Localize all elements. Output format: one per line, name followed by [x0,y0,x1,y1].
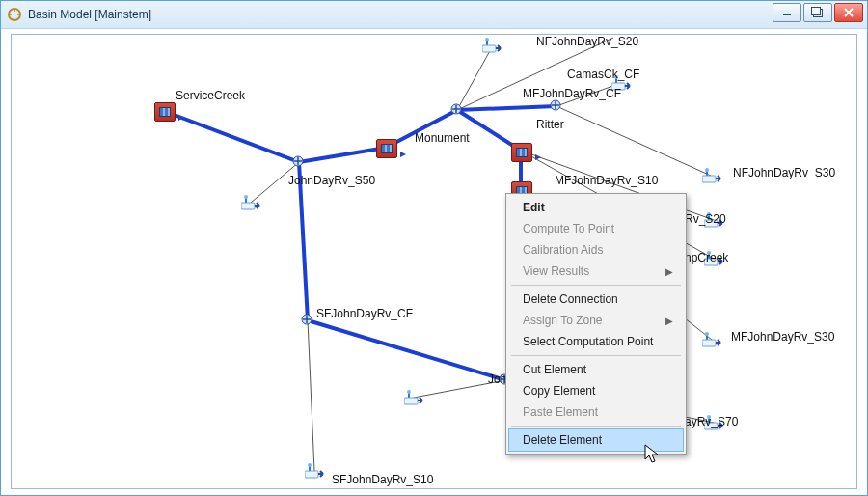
junction-icon[interactable] [549,98,566,112]
window-controls [773,3,863,22]
source-icon[interactable] [482,38,502,53]
node-label: Ritter [536,118,564,131]
node-label: Rv_S20 [685,212,726,226]
node-label: JohnDayRv_S50 [288,174,375,187]
svg-line-24 [308,320,505,380]
close-button[interactable] [834,3,863,22]
menu-paste-element[interactable]: Paste Element [509,401,683,423]
svg-rect-31 [241,203,255,209]
node-label: NFJohnDayRv_S30 [733,166,835,179]
title-bar: Basin Model [Mainstem] [1,1,867,29]
svg-line-10 [556,106,711,176]
node-label: ServiceCreek [176,89,245,102]
svg-rect-43 [702,340,716,346]
context-menu: Edit Compute To Point Calibration Aids V… [505,193,687,455]
svg-rect-49 [305,471,318,478]
svg-line-16 [308,320,314,471]
svg-point-42 [705,332,709,336]
source-icon[interactable] [241,195,260,210]
svg-point-36 [705,168,709,172]
window-title: Basin Model [Mainstem] [28,8,151,21]
junction-icon[interactable] [291,154,309,168]
node-label: MFJohnDayRv_S30 [731,330,834,344]
menu-select-computation-point[interactable]: Select Computation Point [509,331,683,352]
subbasin-ritter-icon[interactable] [511,143,532,162]
svg-rect-33 [482,45,496,52]
node-label: MFJohnDayRv_CF [523,87,621,100]
app-icon [7,7,22,22]
svg-line-20 [457,106,556,110]
node-label: Joh [488,372,506,386]
source-icon[interactable] [404,390,423,405]
node-label: SFJohnDayRv_S10 [332,473,433,486]
chevron-right-icon: ▶ [665,316,673,326]
source-icon[interactable] [305,463,324,479]
svg-point-30 [244,195,248,199]
svg-point-46 [407,390,411,394]
menu-assign-to-zone[interactable]: Assign To Zone▶ [509,310,683,331]
subbasin-monument-icon[interactable] [376,139,397,158]
subbasin-servicecreek-icon[interactable] [154,102,176,122]
junction-icon[interactable] [300,313,317,326]
source-icon[interactable] [702,168,721,183]
flow-arrow-icon [178,115,184,121]
svg-rect-37 [702,176,716,182]
menu-copy-element[interactable]: Copy Element [509,380,683,401]
source-icon[interactable] [702,332,721,347]
menu-separator [511,426,681,427]
flow-arrow-icon [535,154,541,160]
menu-delete-element[interactable]: Delete Element [508,428,684,452]
maximize-button[interactable] [803,3,832,22]
svg-point-32 [485,38,489,41]
menu-calibration-aids[interactable]: Calibration Aids [509,239,683,261]
node-label: MFJohnDayRv_S10 [555,174,658,187]
node-label: CamasCk_CF [567,68,639,81]
chevron-right-icon: ▶ [665,266,673,277]
node-label: ayRv_S70 [685,415,738,428]
app-window: Basin Model [Mainstem] [0,0,868,496]
menu-compute-to-point[interactable]: Compute To Point [509,218,683,239]
menu-view-results[interactable]: View Results▶ [509,261,683,282]
svg-line-18 [299,148,386,162]
menu-edit[interactable]: Edit [509,197,683,218]
menu-delete-connection[interactable]: Delete Connection [509,289,683,310]
node-label: NFJohnDayRv_S20 [536,35,638,48]
menu-cut-element[interactable]: Cut Element [509,359,683,380]
menu-separator [511,355,681,356]
svg-line-17 [164,111,299,162]
basin-canvas[interactable]: ServiceCreek JohnDayRv_S50 Monument Ritt… [11,34,857,489]
svg-line-4 [164,111,299,162]
node-label: Monument [415,131,470,145]
node-label: npCreek [685,251,728,264]
node-label: SFJohnDayRv_CF [316,307,413,320]
junction-icon[interactable] [449,102,467,116]
svg-line-7 [457,47,492,110]
minimize-button[interactable] [773,3,801,22]
svg-rect-47 [404,398,418,404]
menu-separator [511,285,681,286]
flow-arrow-icon [400,152,406,157]
svg-line-9 [457,106,556,110]
svg-point-48 [308,463,312,467]
